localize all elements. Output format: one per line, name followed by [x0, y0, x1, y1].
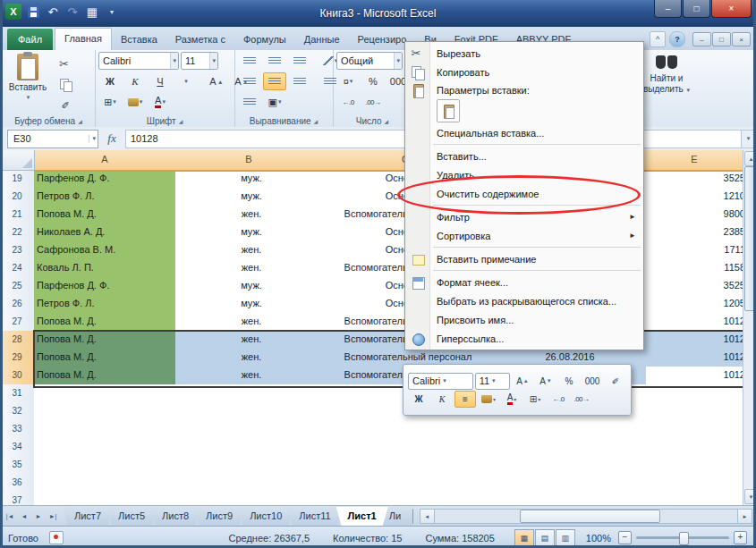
- sheet-tab-3[interactable]: Лист8: [150, 507, 200, 526]
- cell-B22[interactable]: муж.: [175, 223, 328, 242]
- cell-A36[interactable]: [34, 474, 182, 493]
- ribbon-tab-6[interactable]: Данные: [295, 29, 349, 50]
- align-top-button[interactable]: [238, 52, 261, 70]
- mini-font-color-button[interactable]: А▾: [501, 391, 522, 408]
- workbook-close-button[interactable]: ×: [732, 32, 751, 46]
- font-size-select[interactable]: 11▾: [181, 52, 218, 70]
- cell-E31[interactable]: [646, 384, 749, 403]
- cell-B30[interactable]: жен.: [175, 367, 328, 385]
- menu-item-17[interactable]: Присвоить имя...: [405, 310, 643, 329]
- row-header-31[interactable]: 31: [0, 384, 35, 403]
- sheet-tab-7[interactable]: Лист1: [336, 507, 388, 526]
- cell-A37[interactable]: [34, 492, 182, 505]
- scroll-left-icon[interactable]: ◄: [420, 509, 435, 524]
- mini-center-button[interactable]: ≡: [454, 391, 476, 408]
- cell-D33[interactable]: [488, 420, 652, 439]
- mini-fill-color-button[interactable]: ▾: [478, 391, 499, 408]
- ribbon-tab-1[interactable]: Файл: [7, 29, 53, 50]
- row-header-29[interactable]: 29: [0, 349, 36, 367]
- cell-A23[interactable]: Сафронова В. М.: [34, 241, 182, 260]
- next-sheet-icon[interactable]: ►: [32, 510, 45, 523]
- cell-D35[interactable]: [488, 456, 652, 475]
- ribbon-tab-4[interactable]: Разметка с: [166, 29, 234, 50]
- insert-function-button[interactable]: fx: [98, 131, 125, 146]
- underline-button[interactable]: Ч: [149, 72, 172, 90]
- cell-B34[interactable]: [175, 438, 328, 457]
- mini-increase-font-button[interactable]: А▲: [512, 373, 533, 390]
- column-header-A[interactable]: A: [34, 150, 176, 172]
- mini-borders-button[interactable]: ⊞▾: [524, 391, 546, 408]
- zoom-out-button[interactable]: −: [618, 531, 632, 544]
- macro-record-icon[interactable]: [49, 531, 64, 544]
- increase-decimal-button[interactable]: ←.0: [336, 93, 360, 111]
- cell-B23[interactable]: жен.: [175, 241, 328, 260]
- mini-percent-button[interactable]: %: [558, 373, 580, 390]
- decrease-decimal-button[interactable]: .00→: [361, 93, 385, 111]
- cell-E26[interactable]: 1205: [646, 295, 749, 314]
- cell-E25[interactable]: 3525: [646, 277, 749, 296]
- mini-increase-decimal-button[interactable]: ←.0: [548, 391, 569, 408]
- horizontal-scrollbar[interactable]: ◄ ►: [420, 509, 752, 524]
- cell-A22[interactable]: Николаев А. Д.: [34, 223, 182, 242]
- mini-bold-button[interactable]: Ж: [408, 391, 429, 408]
- zoom-level-label[interactable]: 100%: [586, 533, 611, 544]
- page-break-view-button[interactable]: ▥: [556, 529, 575, 546]
- cell-B26[interactable]: муж.: [175, 295, 328, 314]
- align-right-button[interactable]: [288, 72, 311, 90]
- row-header-34[interactable]: 34: [0, 438, 35, 457]
- font-color-button[interactable]: А▾: [149, 93, 172, 111]
- fill-color-button[interactable]: ▾: [123, 93, 147, 111]
- row-header-24[interactable]: 24: [0, 259, 35, 278]
- row-header-28[interactable]: 28: [0, 331, 36, 350]
- format-painter-button[interactable]: ✐: [54, 97, 77, 114]
- minimize-button[interactable]: –: [654, 0, 682, 18]
- page-layout-view-button[interactable]: ▤: [535, 529, 555, 546]
- row-header-35[interactable]: 35: [0, 456, 35, 475]
- ribbon-tab-3[interactable]: Вставка: [112, 29, 166, 50]
- sheet-tab-5[interactable]: Лист10: [238, 507, 293, 526]
- clipboard-dialog-launcher-icon[interactable]: ◢: [78, 118, 82, 124]
- align-center-button[interactable]: [263, 72, 286, 90]
- workbook-minimize-button[interactable]: –: [692, 32, 711, 46]
- row-header-19[interactable]: 19: [0, 170, 35, 189]
- column-header-B[interactable]: B: [175, 150, 323, 172]
- cell-B35[interactable]: [175, 456, 328, 475]
- row-header-32[interactable]: 32: [0, 402, 35, 421]
- cell-C35[interactable]: [322, 456, 495, 475]
- cell-B24[interactable]: жен.: [175, 259, 328, 278]
- menu-item-13[interactable]: Вставить примечание: [405, 249, 643, 268]
- number-format-select[interactable]: Общий▾: [336, 52, 403, 70]
- cell-B29[interactable]: жен.: [175, 349, 328, 367]
- column-header-E[interactable]: E: [646, 150, 743, 172]
- cell-E22[interactable]: 2385: [646, 223, 749, 242]
- cell-A32[interactable]: [34, 402, 182, 421]
- menu-item-18[interactable]: Гиперссылка...: [405, 329, 643, 348]
- vertical-scroll-thumb[interactable]: [744, 166, 756, 311]
- mini-format-painter-button[interactable]: ✐: [605, 373, 626, 390]
- cell-B28[interactable]: жен.: [175, 331, 328, 350]
- scroll-down-icon[interactable]: ▼: [744, 489, 756, 504]
- first-sheet-icon[interactable]: |◄: [4, 510, 16, 523]
- align-middle-button[interactable]: [263, 52, 286, 70]
- row-header-36[interactable]: 36: [0, 474, 35, 493]
- cell-E35[interactable]: [646, 456, 749, 475]
- zoom-slider-track[interactable]: [636, 536, 729, 539]
- cell-B27[interactable]: жен.: [175, 313, 328, 332]
- maximize-button[interactable]: □: [683, 0, 710, 18]
- italic-button[interactable]: К: [123, 72, 147, 90]
- mini-font-size-select[interactable]: 11▾: [475, 373, 510, 390]
- select-all-corner[interactable]: [0, 150, 35, 171]
- mini-decrease-decimal-button[interactable]: .00→: [571, 391, 592, 408]
- last-sheet-icon[interactable]: ►|: [47, 510, 59, 523]
- cell-B19[interactable]: муж.: [175, 170, 328, 189]
- align-left-button[interactable]: [238, 72, 261, 90]
- ribbon-tab-2[interactable]: Главная: [55, 28, 112, 50]
- cell-E36[interactable]: [646, 474, 749, 493]
- cell-A20[interactable]: Петров Ф. Л.: [34, 188, 182, 207]
- wrap-text-button[interactable]: [238, 93, 261, 111]
- menu-item-0[interactable]: Вырезать: [405, 44, 643, 63]
- menu-item-4[interactable]: Специальная вставка...: [405, 123, 643, 142]
- sheet-tab-4[interactable]: Лист9: [194, 507, 244, 526]
- paste-option-button[interactable]: [437, 99, 460, 122]
- cut-button[interactable]: [54, 55, 77, 73]
